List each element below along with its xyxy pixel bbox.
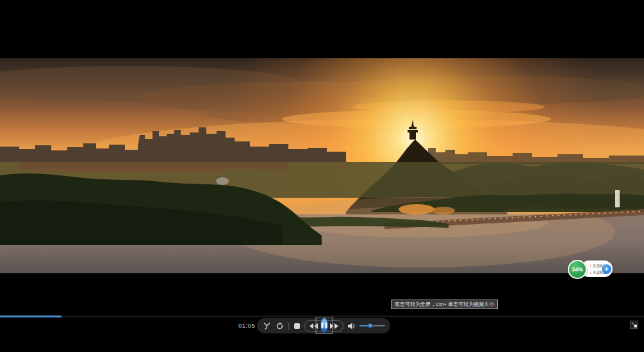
network-speed-widget[interactable]: ↑ 0.9K/s ↓ 4.2K/s + 34% xyxy=(568,259,614,280)
video-frame[interactable] xyxy=(0,58,644,273)
seekbar-fill xyxy=(0,316,62,317)
volume-icon xyxy=(348,323,356,330)
volume-thumb[interactable] xyxy=(368,323,373,328)
separator xyxy=(288,323,289,330)
expand-button[interactable]: + xyxy=(602,264,611,274)
marker-button[interactable] xyxy=(263,323,270,330)
control-bar xyxy=(257,318,390,333)
player-window: 双击可转为全屏，Ctrl+ 单击可转为视频大小 ↑ 0.9K/s ↓ 4.2K/… xyxy=(0,0,644,352)
stop-icon xyxy=(294,323,300,329)
fullscreen-icon xyxy=(630,321,638,329)
download-arrow-icon: ↓ xyxy=(590,270,592,275)
volume-slider[interactable] xyxy=(359,319,384,332)
mute-button[interactable] xyxy=(348,323,356,330)
tooltip-text: 双击可转为全屏，Ctrl+ 单击可转为视频大小 xyxy=(395,301,494,307)
sunset-scene xyxy=(0,58,644,273)
pause-button[interactable] xyxy=(315,317,333,334)
upload-arrow-icon: ↑ xyxy=(590,264,592,268)
marker-icon xyxy=(263,323,270,330)
stop-button[interactable] xyxy=(294,323,300,329)
usage-ball[interactable]: 34% xyxy=(568,260,587,279)
tooltip: 双击可转为全屏，Ctrl+ 单击可转为视频大小 xyxy=(391,300,498,309)
repeat-button[interactable] xyxy=(276,323,283,330)
usage-percent: 34% xyxy=(572,266,583,273)
repeat-icon xyxy=(276,323,283,330)
pause-icon xyxy=(320,317,328,333)
elapsed-time: 01:05 xyxy=(238,322,255,329)
transport-group xyxy=(304,320,343,332)
fullscreen-button[interactable] xyxy=(630,321,638,329)
